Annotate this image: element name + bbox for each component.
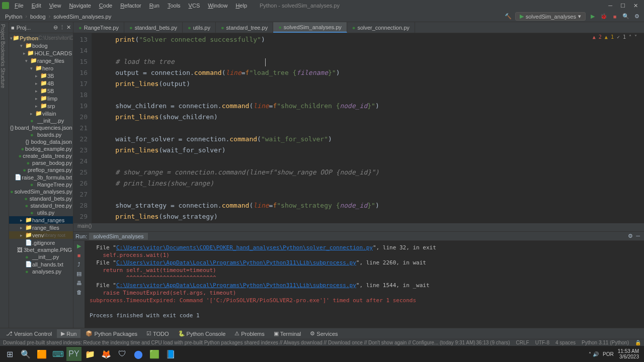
search-icon[interactable]: 🔍 [622,13,630,21]
menu-edit[interactable]: Edit [29,2,44,10]
taskbar-app[interactable]: ⬤ [131,347,146,361]
run-configuration-selector[interactable]: ▶ solvedSim_analyses ▾ [515,12,586,21]
tree-item[interactable]: 📄all_hands.txt [9,260,73,268]
bottom-tab-terminal[interactable]: ▣ Terminal [270,329,305,338]
tree-item[interactable]: ●create_data_tree.py [9,152,73,159]
step-icon[interactable]: ⤴ [77,261,80,267]
chevron-down-icon[interactable]: ˅ [634,34,637,40]
editor-tab[interactable]: ●standard_tree.py [216,22,273,33]
print-icon[interactable]: 🖶 [76,280,82,286]
tree-item[interactable]: ●standard_bets.py [9,195,73,202]
menu-file[interactable]: File [12,2,26,10]
tree-item[interactable]: ●RangeTree.py [9,181,73,188]
status-item[interactable]: 36:13 (9 chars) [476,340,510,345]
menu-refactor[interactable]: Refactor [118,2,144,10]
build-icon[interactable]: 🔨 [504,13,512,21]
menu-run[interactable]: Run [147,2,162,10]
debug-button[interactable]: 🐞 [600,13,608,21]
tree-item[interactable]: ●__init__.py [9,253,73,260]
tree-item[interactable]: ▸📁3B [9,72,73,79]
code-content[interactable]: print("Solver connected successfully") #… [92,33,644,223]
console-output[interactable]: File "C:\Users\vitor\Documents\CODE\POKE… [85,241,644,328]
taskbar-clock[interactable]: 11:53 AM 3/6/2023 [618,348,639,359]
close-icon[interactable]: ✕ [633,3,638,9]
breadcrumb-item[interactable]: bodog [28,13,48,20]
tree-item[interactable]: ●utils.py [9,209,73,216]
taskbar-app[interactable]: ⌨ [50,347,65,361]
tree-item[interactable]: ▾📁bodog [9,42,73,49]
bottom-tab-problems[interactable]: ⚠ Problems [230,329,268,338]
status-item[interactable]: UTF-8 [535,340,549,345]
status-item[interactable]: CRLF [516,340,529,345]
editor-breadcrumb[interactable]: main() [73,223,644,231]
menu-navigate[interactable]: Navigate [66,2,93,10]
bottom-tab-python-packages[interactable]: 📦 Python Packages [82,329,141,338]
menu-help[interactable]: Help [233,2,250,10]
bottom-tab-todo[interactable]: ☑ TODO [142,329,173,338]
tree-item[interactable]: ▸📁srp [9,102,73,110]
editor-tab[interactable]: ●utils.py [183,22,216,33]
inspection-indicators[interactable]: ▲ 2 ▲ 1 ✓ 1 ˄ ˅ [593,34,637,40]
taskbar-app[interactable]: 🦊 [99,347,114,361]
stop-button[interactable]: ■ [77,252,81,258]
warning-count-icon[interactable]: ▲ 1 [605,34,614,40]
editor-tab[interactable]: ●solvedSim_analyses.py [273,22,347,33]
minimize-icon[interactable]: ─ [608,3,612,9]
breadcrumb-item[interactable]: solvedSim_analyses.py [51,13,113,20]
tree-item[interactable]: 📄raise_3b_formula.txt [9,173,73,181]
start-button[interactable]: ⊞ [2,347,17,361]
editor-tab[interactable]: ●standard_bets.py [124,22,183,33]
search-button[interactable]: 🔍 [18,347,33,361]
breadcrumb-item[interactable]: Python [3,13,24,20]
bottom-tab-run[interactable]: ▶ Run [57,329,80,338]
error-count-icon[interactable]: ▲ 2 [593,34,602,40]
run-button[interactable]: ▶ [589,13,597,21]
tree-item[interactable]: ▸📁HOLE_CARDS [9,49,73,57]
tree-item[interactable]: ▸📁villain [9,110,73,117]
hide-icon[interactable]: ─ [636,233,640,239]
bottom-tab-services[interactable]: ⚙ Services [306,329,342,338]
tree-item[interactable]: 🖼3bet_example.PNG [9,246,73,253]
menu-vcs[interactable]: VCS [186,2,203,10]
menu-view[interactable]: View [47,2,64,10]
taskbar-app[interactable]: 🟩 [147,347,162,361]
rerun-button[interactable]: ▶ [77,243,81,249]
layout-icon[interactable]: ▤ [76,270,82,277]
status-message[interactable]: Download pre-built shared indexes: Reduc… [3,340,475,345]
tree-item[interactable]: ▾📁hero [9,64,73,72]
menu-tools[interactable]: Tools [165,2,183,10]
menu-code[interactable]: Code [97,2,115,10]
left-stripe[interactable]: Project Bookmarks Structure [0,22,9,328]
gear-icon[interactable]: ⚙ [628,233,633,239]
tree-item[interactable]: ●__init__.py [9,117,73,124]
project-header[interactable]: ■Proj... ⊖ ⋮ ✕ [9,22,73,33]
taskbar-app[interactable]: 🟧 [34,347,49,361]
tree-item[interactable]: ●preflop_ranges.py [9,166,73,173]
code-editor[interactable]: 131415161718192021222324252627282930 pri… [73,33,644,223]
tree-item[interactable]: ▸📁5B [9,87,73,95]
tree-item[interactable]: ▸📁limp [9,95,73,102]
taskbar-app[interactable]: 📘 [163,347,178,361]
lock-icon[interactable]: 🔒 [635,340,641,345]
settings-icon[interactable]: ⚙ [633,13,641,21]
tree-item[interactable]: ●analyses.py [9,268,73,275]
trash-icon[interactable]: 🗑 [76,289,82,295]
taskbar-app[interactable]: 🛡 [115,347,130,361]
tree-item[interactable]: 📄.gitignore [9,239,73,246]
checkmark-icon[interactable]: ✓ 1 [617,34,626,40]
tree-item[interactable]: ▸📁venv library root [9,231,73,239]
taskbar-app[interactable]: PY [66,347,82,361]
status-item[interactable]: 4 spaces [555,340,576,345]
bottom-tab-python-console[interactable]: 🐍 Python Console [174,329,230,338]
tree-item[interactable]: ●parse_bodog.py [9,159,73,166]
tree-item[interactable]: {}board_frequencies.json [9,124,73,131]
tree-item[interactable]: ●bodog_example.py [9,145,73,152]
tree-item[interactable]: ●standard_tree.py [9,202,73,209]
taskbar-lang[interactable]: POR [603,351,614,357]
tree-item[interactable]: ●solvedSim_analyses.py [9,188,73,195]
taskbar-app[interactable]: 📁 [83,347,98,361]
tree-item[interactable]: {}bodog_data.json [9,138,73,145]
bottom-tab-version-control[interactable]: ⎇ Version Control [2,329,56,338]
chevron-up-icon[interactable]: ˄ [629,34,631,40]
editor-tab[interactable]: ●solver_connection.py [347,22,415,33]
